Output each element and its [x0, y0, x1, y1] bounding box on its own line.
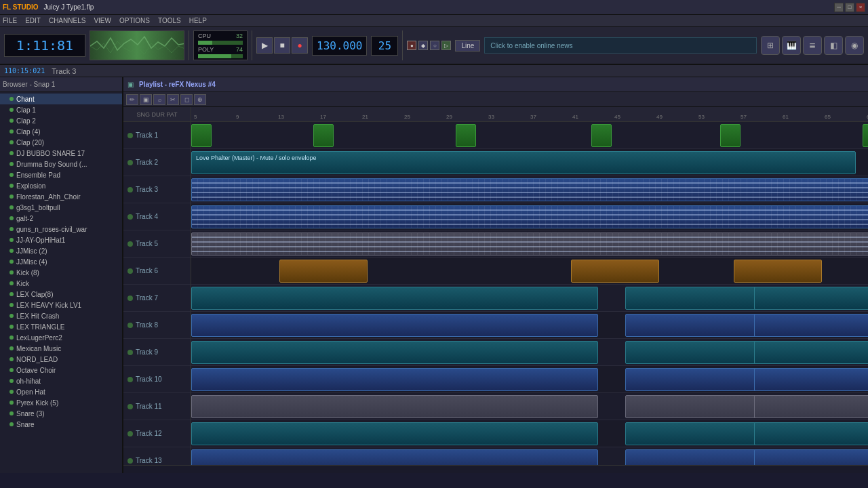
browser-item-22[interactable]: LexLugerPerc2 [0, 332, 122, 343]
toolbar-zoom[interactable]: ⌕ [153, 94, 165, 105]
track-label-4[interactable]: Track 4 [123, 203, 191, 230]
track-row-9[interactable] [191, 339, 868, 366]
clip-12-2[interactable] [754, 422, 868, 445]
track-label-11[interactable]: Track 11 [123, 393, 191, 420]
browser-item-3[interactable]: Clap (4) [0, 126, 122, 137]
track-label-10[interactable]: Track 10 [123, 366, 191, 393]
browser-item-11[interactable]: galt-2 [0, 213, 122, 224]
track-label-7[interactable]: Track 7 [123, 285, 191, 312]
clip-1-5[interactable] [863, 124, 868, 147]
track-label-1[interactable]: Track 1 [123, 122, 191, 149]
clip-9-0[interactable] [191, 341, 598, 364]
browser-icon[interactable]: ◧ [824, 36, 843, 55]
browser-item-23[interactable]: Mexican Music [0, 343, 122, 354]
browser-item-6[interactable]: Drumma Boy Sound (... [0, 159, 122, 169]
browser-item-8[interactable]: Explosion [0, 180, 122, 191]
clip-1-2[interactable] [456, 124, 476, 147]
browser-item-12[interactable]: guns_n_roses-civil_war [0, 224, 122, 235]
clip-12-0[interactable] [191, 422, 598, 445]
browser-item-7[interactable]: Ensemble Pad [0, 169, 122, 180]
toolbar-select[interactable]: ▣ [140, 94, 152, 105]
clip-1-0[interactable] [191, 124, 212, 147]
toolbar-erase[interactable]: ◻ [180, 94, 193, 105]
clip-13-2[interactable] [754, 449, 868, 465]
indicator-2[interactable]: ◆ [418, 41, 428, 50]
browser-item-4[interactable]: Clap (20) [0, 137, 122, 148]
track-row-3[interactable] [191, 176, 868, 203]
browser-item-29[interactable]: Snare (3) [0, 408, 122, 419]
clip-4-0[interactable] [191, 205, 868, 228]
browser-item-0[interactable]: Chant [0, 94, 122, 104]
record-button[interactable]: ● [292, 37, 308, 54]
clip-7-2[interactable] [754, 287, 868, 310]
browser-list[interactable]: ChantClap 1Clap 2Clap (4)Clap (20)DJ BUB… [0, 92, 122, 473]
track-row-13[interactable] [191, 447, 868, 465]
track-label-6[interactable]: Track 6 [123, 258, 191, 285]
track-row-7[interactable] [191, 285, 868, 312]
clip-7-0[interactable] [191, 287, 598, 310]
browser-item-15[interactable]: JJMisc (4) [0, 256, 122, 267]
indicator-4[interactable]: ▷ [441, 41, 451, 50]
indicator-1[interactable]: ● [407, 41, 416, 50]
track-row-2[interactable]: Love Phalter (Master) - Mute / solo enve… [191, 149, 868, 176]
browser-item-17[interactable]: Kick [0, 278, 122, 289]
browser-item-19[interactable]: LEX HEAVY Kick LV1 [0, 300, 122, 310]
beats-display[interactable]: 25 [371, 36, 398, 56]
track-label-5[interactable]: Track 5 [123, 230, 191, 258]
clip-11-0[interactable] [191, 395, 598, 418]
browser-item-27[interactable]: Open Hat [0, 386, 122, 397]
mixer-icon[interactable]: ⊞ [761, 36, 780, 55]
clip-5-0[interactable] [191, 232, 868, 256]
toolbar-pencil[interactable]: ✏ [126, 94, 138, 105]
play-button[interactable]: ▶ [256, 37, 273, 54]
browser-item-13[interactable]: JJ-AY-OpHiHat1 [0, 235, 122, 245]
track-label-2[interactable]: Track 2 [123, 149, 191, 176]
menu-edit[interactable]: EDIT [25, 17, 41, 24]
clip-3-0[interactable] [191, 178, 868, 201]
maximize-button[interactable]: □ [845, 3, 854, 12]
track-label-9[interactable]: Track 9 [123, 339, 191, 366]
clip-2-0[interactable]: Love Phalter (Master) - Mute / solo enve… [191, 151, 856, 174]
horizontal-scrollbar[interactable] [123, 465, 868, 473]
step-seq-icon[interactable]: ≣ [803, 36, 822, 55]
browser-item-21[interactable]: LEX TRIANGLE [0, 321, 122, 332]
indicator-3[interactable]: ○ [430, 41, 439, 50]
browser-item-25[interactable]: Octave Choir [0, 365, 122, 375]
track-label-3[interactable]: Track 3 [123, 176, 191, 203]
browser-item-28[interactable]: Pyrex Kick (5) [0, 397, 122, 408]
menu-view[interactable]: VIEW [94, 17, 111, 24]
clip-11-2[interactable] [754, 395, 868, 418]
stop-button[interactable]: ■ [274, 37, 290, 54]
browser-item-18[interactable]: LEX Clap(8) [0, 289, 122, 300]
track-label-8[interactable]: Track 8 [123, 312, 191, 339]
track-label-12[interactable]: Track 12 [123, 420, 191, 447]
track-row-5[interactable] [191, 230, 868, 258]
track-row-1[interactable] [191, 122, 868, 149]
browser-item-26[interactable]: oh-hihat [0, 375, 122, 386]
browser-item-20[interactable]: LEX Hit Crash [0, 310, 122, 321]
browser-item-16[interactable]: Kick (8) [0, 267, 122, 278]
track-row-10[interactable] [191, 366, 868, 393]
clip-10-0[interactable] [191, 368, 598, 391]
plugin-icon[interactable]: ◉ [845, 36, 864, 55]
clip-13-0[interactable] [191, 449, 598, 465]
track-row-11[interactable] [191, 393, 868, 420]
clip-9-2[interactable] [754, 341, 868, 364]
clip-10-2[interactable] [754, 368, 868, 391]
browser-item-24[interactable]: NORD_LEAD [0, 354, 122, 365]
track-row-6[interactable] [191, 258, 868, 285]
menu-help[interactable]: HELP [189, 17, 207, 24]
toolbar-scissors[interactable]: ✂ [167, 94, 179, 105]
menu-channels[interactable]: CHANNELS [49, 17, 85, 24]
clip-6-2[interactable] [734, 260, 822, 283]
browser-item-5[interactable]: DJ BUBBO SNARE 17 [0, 148, 122, 159]
menu-options[interactable]: OPTIONS [119, 17, 150, 24]
track-label-13[interactable]: Track 13 [123, 447, 191, 465]
browser-item-14[interactable]: JJMisc (2) [0, 245, 122, 256]
track-row-8[interactable] [191, 312, 868, 339]
clip-1-4[interactable] [720, 124, 741, 147]
browser-item-9[interactable]: Florestan_Ahh_Choir [0, 191, 122, 202]
clip-6-0[interactable] [279, 260, 368, 283]
line-button[interactable]: Line [455, 40, 480, 52]
browser-item-10[interactable]: g3sg1_boltpull [0, 202, 122, 213]
